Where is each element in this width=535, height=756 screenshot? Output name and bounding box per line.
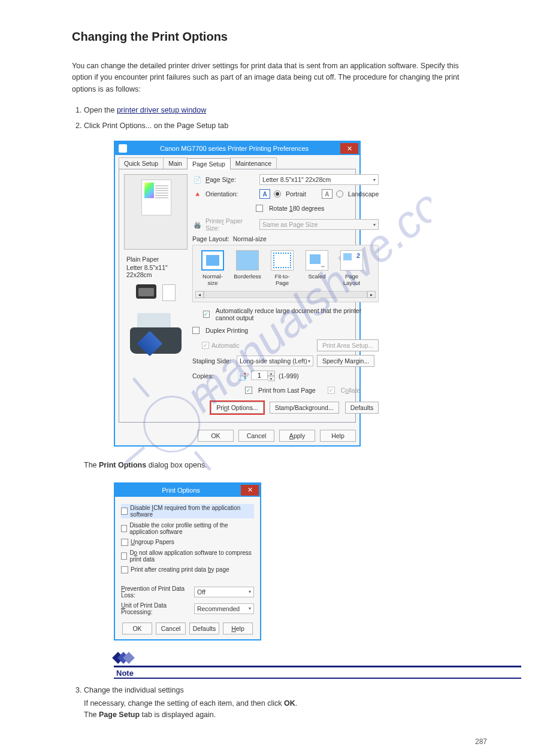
page-size-value: Letter 8.5"x11" 22x28cm: [262, 176, 331, 183]
spin-up-icon[interactable]: ▴: [268, 371, 275, 376]
close-icon[interactable]: ✕: [340, 143, 358, 154]
printer-paper-size-value: Same as Page Size: [262, 221, 318, 228]
layout-scrollbar[interactable]: ◂ ▸: [195, 291, 376, 298]
layout-scaled[interactable]: Scaled: [303, 250, 331, 286]
layout-normal-size[interactable]: Normal-size: [199, 250, 226, 286]
collate-label: Collate: [341, 387, 361, 394]
option-no-compress[interactable]: Do not allow application software to com…: [121, 549, 254, 563]
layout-borderless[interactable]: Borderless: [234, 250, 261, 286]
step-1-text: Open the: [84, 106, 117, 114]
print-from-last-checkbox[interactable]: [245, 387, 252, 394]
tab-page-setup[interactable]: Page Setup: [187, 158, 231, 169]
checkbox[interactable]: [121, 508, 128, 515]
close-icon[interactable]: ✕: [241, 485, 259, 496]
help-button[interactable]: Help: [320, 430, 356, 442]
option-disable-color-profile[interactable]: Disable the color profile setting of the…: [121, 522, 254, 535]
prevent-data-loss-label: Prevention of Print Data Loss:: [121, 585, 194, 599]
prevent-data-loss-value: Off: [197, 588, 205, 596]
orientation-icon: 🔺: [192, 190, 202, 198]
tab-main[interactable]: Main: [163, 157, 188, 169]
preview-size: Letter 8.5"x11" 22x28cm: [124, 263, 188, 278]
settings-column: 📄 Page Size: Letter 8.5"x11" 22x28cm ▾ 🔺: [188, 174, 379, 417]
rotate-180-checkbox[interactable]: [256, 205, 263, 212]
unit-processing-label: Unit of Print Data Processing:: [121, 602, 194, 615]
page-number: 287: [475, 737, 487, 746]
title-text: Canon MG7700 series Printer Printing Pre…: [131, 145, 338, 152]
chevron-down-icon: ▾: [373, 222, 376, 227]
ok-button[interactable]: OK: [122, 623, 152, 634]
rotate-180-label: Rotate 180 degrees: [269, 205, 324, 212]
page-size-select[interactable]: Letter 8.5"x11" 22x28cm ▾: [259, 174, 379, 185]
prevent-data-loss-select[interactable]: Off ▾: [194, 587, 254, 597]
portrait-thumb: A: [259, 189, 270, 199]
help-button[interactable]: Help: [223, 623, 253, 634]
landscape-label: Landscape: [348, 190, 379, 198]
stamp-background-button[interactable]: Stamp/Background...: [270, 402, 339, 414]
copies-input[interactable]: [251, 371, 268, 380]
step-3-body: If necessary, change the setting of each…: [84, 698, 493, 721]
unit-processing-select[interactable]: Recommended ▾: [194, 603, 254, 614]
cancel-button[interactable]: Cancel: [238, 430, 274, 442]
chevron-down-icon: ▾: [373, 177, 376, 183]
ok-button[interactable]: OK: [198, 430, 234, 442]
title-bar[interactable]: Canon MG7700 series Printer Printing Pre…: [115, 142, 359, 155]
step-3: Change the individual settings If necess…: [84, 686, 493, 721]
copies-label: Copies:: [192, 372, 233, 379]
printer-icon[interactable]: [136, 284, 156, 299]
apply-button[interactable]: Apply: [279, 430, 315, 442]
page-icon[interactable]: [162, 284, 176, 301]
duplex-checkbox[interactable]: [192, 327, 200, 334]
large-printer-image: [124, 312, 188, 360]
checkbox[interactable]: [121, 566, 128, 573]
step-1: Open the printer driver setup window: [84, 106, 493, 114]
printer-paper-icon: 🖨️: [192, 221, 202, 229]
checkbox[interactable]: [121, 525, 127, 532]
title-bar[interactable]: Print Options ✕: [115, 484, 260, 497]
cancel-button[interactable]: Cancel: [156, 623, 186, 634]
stapling-label: Stapling Side:: [192, 357, 233, 365]
defaults-button[interactable]: Defaults: [345, 402, 379, 414]
print-area-setup-button: Print Area Setup...: [317, 339, 379, 351]
portrait-radio[interactable]: [274, 190, 281, 198]
option-label: Disable the color profile setting of the…: [129, 522, 254, 535]
preview-image: [124, 174, 188, 250]
copies-spinner[interactable]: ▴▾: [251, 371, 275, 381]
auto-reduce-label: Automatically reduce large document that…: [216, 307, 379, 321]
page-layout-panel: Normal-size Borderless Fit-to-Page Scale…: [192, 245, 379, 302]
checkbox[interactable]: [121, 552, 127, 560]
page-layout-label: Page Layout: Normal-size: [192, 235, 379, 242]
tab-body: Plain Paper Letter 8.5"x11" 22x28cm: [119, 169, 356, 423]
layout-page-layout[interactable]: Page Layout: [338, 250, 365, 286]
page: manualshive.com Changing the Print Optio…: [0, 0, 535, 756]
preview-media: Plain Paper: [124, 250, 188, 263]
auto-reduce-checkbox[interactable]: [203, 311, 210, 318]
tab-quick-setup[interactable]: Quick Setup: [119, 157, 164, 169]
preferences-dialog-screenshot: Canon MG7700 series Printer Printing Pre…: [114, 141, 493, 447]
option-disable-icm[interactable]: Disable ICM required from the applicatio…: [121, 504, 254, 518]
unit-processing-row: Unit of Print Data Processing: Recommend…: [121, 602, 254, 615]
unit-processing-value: Recommended: [197, 605, 240, 612]
option-label: Print after creating print data by page: [131, 566, 229, 573]
note-arrows-icon: [114, 654, 493, 664]
scroll-right-icon[interactable]: ▸: [367, 291, 376, 298]
step-2-title: Click Print Options... on the Page Setup…: [84, 122, 228, 130]
landscape-radio[interactable]: [336, 190, 343, 198]
print-options-dialog-screenshot: Print Options ✕ Disable ICM required fro…: [114, 482, 493, 640]
printer-driver-setup-link[interactable]: printer driver setup window: [117, 106, 206, 114]
checkbox[interactable]: [121, 539, 128, 546]
copies-icon: 📑: [237, 371, 247, 381]
chevron-down-icon: ▾: [249, 589, 251, 594]
option-ungroup-papers[interactable]: Ungroup Papers: [121, 539, 254, 546]
spin-down-icon[interactable]: ▾: [268, 376, 275, 381]
stapling-select[interactable]: Long-side stapling (Left) ▾: [237, 356, 313, 366]
scroll-left-icon[interactable]: ◂: [195, 291, 204, 298]
stapling-value: Long-side stapling (Left): [240, 357, 307, 365]
tab-maintenance[interactable]: Maintenance: [230, 157, 277, 169]
option-print-after-creating[interactable]: Print after creating print data by page: [121, 566, 254, 573]
option-label: Do not allow application software to com…: [129, 549, 254, 563]
specify-margin-button[interactable]: Specify Margin...: [317, 355, 374, 367]
layout-fit-to-page[interactable]: Fit-to-Page: [268, 250, 296, 286]
print-options-dialog: Print Options ✕ Disable ICM required fro…: [114, 482, 261, 640]
print-options-button[interactable]: Print Options...: [211, 402, 263, 414]
defaults-button[interactable]: Defaults: [189, 623, 219, 634]
